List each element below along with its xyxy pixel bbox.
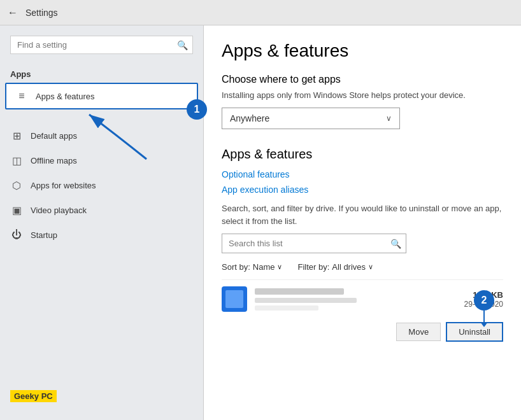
app-info [255,288,464,311]
filter-label: Filter by: [297,262,329,272]
sidebar-section-label: Apps [0,64,203,83]
sidebar-item-default-apps[interactable]: ⊞ Default apps [0,123,203,148]
search-description: Search, sort, and filter by drive. If yo… [222,202,503,227]
search-icon: 🔍 [177,40,188,50]
title-bar: ← Settings [0,0,521,25]
app-execution-aliases-link[interactable]: App execution aliases [222,185,503,195]
apps-features-section: Apps & features Optional features App ex… [222,147,503,346]
sidebar-item-apps-features[interactable]: ≡ Apps & features 1 [5,83,198,109]
sidebar-item-video-playback[interactable]: ▣ Video playback [0,198,203,223]
arrow-shaft [483,311,485,322]
annotation-badge-1: 1 [187,99,207,120]
move-button[interactable]: Move [396,323,441,341]
apps-features-section-title: Apps & features [222,147,503,162]
chevron-down-icon: ∨ [386,114,392,123]
optional-features-link[interactable]: Optional features [222,169,503,179]
apps-websites-label: Apps for websites [31,181,96,190]
default-apps-label: Default apps [31,131,77,141]
app-item-row: 16.0 KB 29-02-2020 [222,279,503,318]
filter-value: All drives [332,262,366,272]
apps-features-icon: ≡ [15,90,28,102]
sort-filter-bar: Sort by: Name ∨ Filter by: All drives ∨ [222,262,503,272]
video-playback-icon: ▣ [10,204,23,216]
main-layout: 🔍 Apps ≡ Apps & features 1 ⊞ Default app… [0,25,521,420]
app-publisher-placeholder [255,298,357,303]
window-title: Settings [25,8,58,18]
search-box-container: 🔍 [222,234,406,253]
watermark-container: Geeky PC [0,382,203,410]
sort-label: Sort by: [222,262,250,272]
content-area: Apps & features Choose where to get apps… [204,25,521,420]
filter-by-control[interactable]: Filter by: All drives ∨ [297,262,373,272]
default-apps-icon: ⊞ [10,130,23,142]
offline-maps-icon: ◫ [10,155,23,167]
search-input[interactable] [10,36,193,54]
startup-icon: ⏻ [10,229,23,241]
sort-by-control[interactable]: Sort by: Name ∨ [222,262,282,272]
app-icon [222,286,247,312]
app-version-placeholder [255,305,318,311]
watermark-text: Geeky PC [10,390,57,402]
choose-where-title: Choose where to get apps [222,74,503,85]
annotation-2-container: 2 [474,290,494,327]
apps-features-label: Apps & features [36,92,95,101]
sidebar-search-container: 🔍 [10,36,193,54]
page-title: Apps & features [222,41,503,61]
settings-window: ← Settings 🔍 Apps ≡ Apps & features 1 ⊞ [0,0,521,420]
dropdown-value: Anywhere [230,113,269,123]
app-actions-row: Move 2 Uninstall [222,318,503,346]
anywhere-dropdown[interactable]: Anywhere ∨ [222,108,400,129]
sidebar-item-offline-maps[interactable]: ◫ Offline maps [0,148,203,173]
sort-value: Name [253,262,275,272]
sidebar-item-apps-websites[interactable]: ⬡ Apps for websites [0,173,203,198]
search-box-icon: 🔍 [390,239,401,249]
back-button[interactable]: ← [8,7,18,18]
annotation-badge-2: 2 [474,290,494,311]
choose-where-section: Choose where to get apps Installing apps… [222,74,503,129]
app-list-item: 16.0 KB 29-02-2020 Move 2 [222,279,503,346]
filter-chevron-icon: ∨ [368,263,373,271]
sidebar-item-startup[interactable]: ⏻ Startup [0,223,203,247]
app-icon-inner [225,290,243,308]
sidebar: 🔍 Apps ≡ Apps & features 1 ⊞ Default app… [0,25,204,420]
video-playback-label: Video playback [31,206,87,215]
helper-text: Installing apps only from Windows Store … [222,90,503,100]
uninstall-wrapper: 2 Uninstall [446,322,503,342]
apps-websites-icon: ⬡ [10,179,23,192]
apps-features-item[interactable]: ≡ Apps & features [6,84,197,108]
sort-chevron-icon: ∨ [277,263,282,271]
startup-label: Startup [31,230,57,240]
app-search-input[interactable] [222,234,406,253]
arrow-head [480,322,488,327]
app-name-placeholder [255,288,344,295]
offline-maps-label: Offline maps [31,156,77,165]
